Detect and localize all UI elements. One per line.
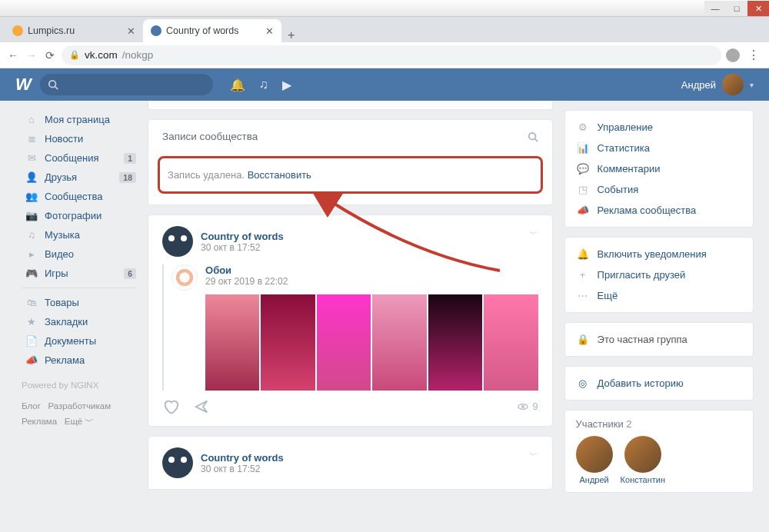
- tab-label: Country of words: [166, 25, 238, 36]
- footer-link[interactable]: Ещё ﹀: [65, 417, 95, 426]
- nav-label: Моя страница: [45, 114, 110, 125]
- right-label: Ещё: [598, 290, 618, 301]
- right-item-События[interactable]: ◳События: [565, 179, 753, 200]
- forward-button[interactable]: →: [25, 49, 38, 62]
- community-avatar[interactable]: [162, 226, 193, 257]
- svg-point-5: [522, 406, 524, 408]
- nav-item-Сообщества[interactable]: 👥Сообщества: [22, 187, 136, 206]
- nav-item-Документы[interactable]: 📄Документы: [22, 331, 136, 351]
- repost-block: Обои 29 окт 2019 в 22:02: [162, 264, 538, 391]
- right-icon: ◳: [576, 184, 590, 195]
- search-input[interactable]: [40, 74, 213, 95]
- back-button[interactable]: ←: [6, 49, 20, 62]
- gallery-image[interactable]: [317, 294, 371, 391]
- nav-item-Реклама[interactable]: 📣Реклама: [22, 351, 136, 370]
- right-item-Управление[interactable]: ⚙Управление: [565, 117, 753, 138]
- address-bar[interactable]: 🔒 vk.com/nokgp: [62, 45, 721, 65]
- gallery-image[interactable]: [372, 294, 426, 391]
- os-close-button[interactable]: ✕: [747, 1, 769, 16]
- new-tab-button[interactable]: +: [281, 28, 301, 42]
- deleted-text: Запись удалена.: [168, 169, 248, 181]
- right-item-Статистика[interactable]: 📊Статистика: [565, 138, 753, 158]
- os-minimize-button[interactable]: —: [704, 1, 726, 16]
- music-icon[interactable]: ♫: [259, 78, 268, 92]
- browser-tabstrip: Lumpics.ru ✕ Country of words ✕ +: [0, 17, 769, 42]
- nav-item-Моя страница[interactable]: ⌂Моя страница: [22, 110, 136, 129]
- footer-link[interactable]: Разработчикам: [48, 401, 111, 411]
- nav-separator: [22, 288, 136, 288]
- member[interactable]: Константин: [621, 436, 665, 484]
- gallery-image[interactable]: [261, 294, 315, 391]
- story-block: ◎ Добавить историю: [564, 366, 754, 401]
- community-avatar[interactable]: [162, 447, 193, 478]
- play-icon[interactable]: ▶: [282, 78, 291, 92]
- svg-line-1: [55, 87, 58, 90]
- gallery-image[interactable]: [484, 294, 538, 391]
- tab-close-icon[interactable]: ✕: [265, 25, 274, 37]
- post-header: Country of words 30 окт в 17:52 ﹀: [162, 226, 538, 257]
- right-item-Включить уведомления[interactable]: 🔔Включить уведомления: [565, 244, 753, 264]
- tab-vk-active[interactable]: Country of words ✕: [143, 19, 281, 42]
- browser-menu-button[interactable]: ⋮: [744, 48, 763, 62]
- nav-item-Фотографии[interactable]: 📷Фотографии: [22, 206, 136, 225]
- footer-link[interactable]: Реклама: [22, 417, 57, 426]
- vk-logo[interactable]: W: [15, 75, 31, 95]
- nav-item-Друзья[interactable]: 👤Друзья18: [22, 168, 136, 187]
- private-block: 🔒 Это частная группа: [564, 322, 754, 357]
- search-icon[interactable]: [528, 131, 538, 142]
- like-button[interactable]: [162, 398, 179, 415]
- gallery-image[interactable]: [205, 294, 259, 391]
- wall-title: Записи сообщества: [162, 131, 258, 142]
- nav-icon: ♫: [25, 229, 38, 241]
- gallery-image[interactable]: [428, 294, 482, 391]
- nav-badge: 1: [124, 153, 136, 164]
- nav-item-Музыка[interactable]: ♫Музыка: [22, 225, 136, 244]
- browser-toolbar: ← → ⟳ 🔒 vk.com/nokgp ⋮: [0, 42, 769, 68]
- add-story-button[interactable]: ◎ Добавить историю: [565, 373, 753, 394]
- tab-lumpics[interactable]: Lumpics.ru ✕: [5, 19, 143, 42]
- share-button[interactable]: [193, 398, 210, 415]
- svg-line-3: [534, 138, 538, 141]
- reload-button[interactable]: ⟳: [43, 49, 57, 62]
- post-author[interactable]: Country of words: [201, 452, 284, 464]
- right-icon: 📣: [576, 204, 590, 216]
- member-avatar: [576, 436, 613, 473]
- lock-icon: 🔒: [69, 50, 80, 60]
- right-item-Пригласить друзей[interactable]: +Пригласить друзей: [565, 264, 753, 285]
- bell-icon[interactable]: 🔔: [230, 78, 245, 92]
- nav-item-Сообщения[interactable]: ✉Сообщения1: [22, 148, 136, 168]
- nav-icon: 📷: [25, 210, 38, 221]
- footer-link[interactable]: Блог: [22, 401, 41, 411]
- repost-avatar[interactable]: [171, 264, 198, 291]
- nav-item-Новости[interactable]: ≣Новости: [22, 129, 136, 148]
- user-menu[interactable]: Андрей ▾: [681, 74, 754, 95]
- post-menu-button[interactable]: ﹀: [529, 228, 538, 241]
- chevron-down-icon: ▾: [750, 81, 754, 89]
- restore-link[interactable]: Восстановить: [248, 169, 311, 181]
- nav-label: Новости: [45, 133, 83, 145]
- repost-author[interactable]: Обои: [205, 264, 538, 276]
- member[interactable]: Андрей: [576, 436, 613, 484]
- right-column: ⚙Управление📊Статистика💬Комментарии◳Событ…: [564, 101, 754, 532]
- right-item-Комментарии[interactable]: 💬Комментарии: [565, 158, 753, 179]
- post-author[interactable]: Country of words: [201, 231, 284, 242]
- manage-block: ⚙Управление📊Статистика💬Комментарии◳Событ…: [564, 110, 754, 228]
- actions-block: 🔔Включить уведомления+Пригласить друзей⋯…: [564, 237, 754, 313]
- right-item-Ещё[interactable]: ⋯Ещё: [565, 285, 753, 306]
- nav-item-Закладки[interactable]: ★Закладки: [22, 312, 136, 331]
- nav-badge: 18: [119, 172, 136, 183]
- nav-item-Игры[interactable]: 🎮Игры6: [22, 264, 136, 283]
- nav-label: Реклама: [45, 354, 85, 366]
- right-item-Реклама сообщества[interactable]: 📣Реклама сообщества: [565, 200, 753, 221]
- nav-label: Сообщества: [45, 191, 103, 202]
- right-label: Пригласить друзей: [598, 269, 686, 281]
- nav-item-Товары[interactable]: 🛍Товары: [22, 293, 136, 312]
- right-icon: ⚙: [576, 121, 590, 133]
- post-menu-button[interactable]: ﹀: [529, 449, 538, 462]
- post-date: 30 окт в 17:52: [201, 464, 284, 474]
- extension-icon[interactable]: [726, 48, 740, 62]
- members-header[interactable]: Участники 2: [576, 418, 742, 430]
- tab-close-icon[interactable]: ✕: [127, 25, 135, 37]
- nav-item-Видео[interactable]: ▸Видео: [22, 244, 136, 264]
- os-maximize-button[interactable]: □: [726, 1, 747, 16]
